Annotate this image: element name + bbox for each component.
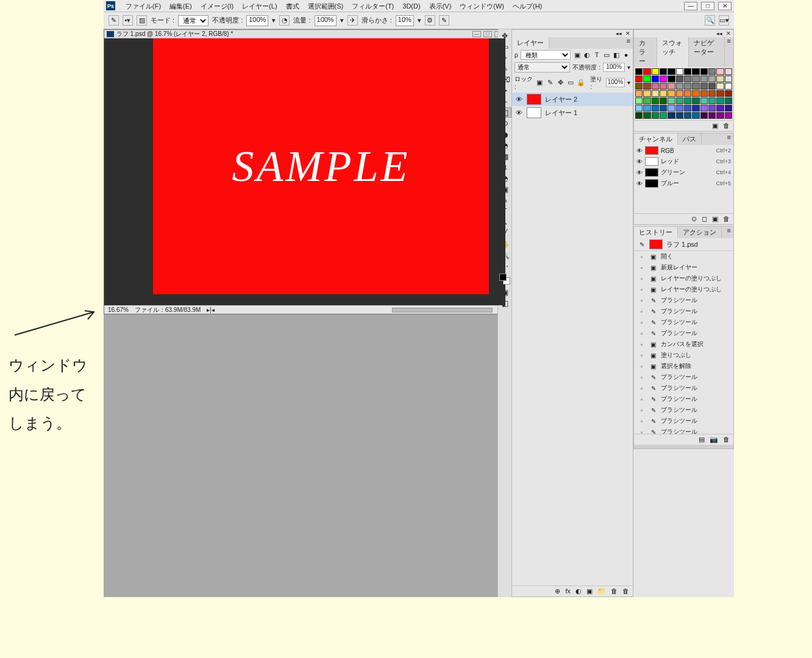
airbrush-icon[interactable]: ✈ <box>347 15 358 26</box>
channel-row[interactable]: 👁RGBCtrl+2 <box>634 145 733 156</box>
color-swap[interactable] <box>499 274 510 285</box>
swatch[interactable] <box>716 76 724 82</box>
history-src-icon[interactable]: ▫ <box>638 395 646 403</box>
swatch[interactable] <box>676 68 683 75</box>
channel-foot-button[interactable]: 🗑 <box>723 215 730 223</box>
swatch[interactable] <box>643 83 650 90</box>
menu-item[interactable]: 選択範囲(S) <box>304 0 348 12</box>
lock-icon[interactable]: ▭ <box>566 79 575 87</box>
swatch[interactable] <box>716 90 724 97</box>
swatch[interactable] <box>652 90 659 97</box>
panel-collapse-icon[interactable]: ◂◂ <box>716 30 722 37</box>
menu-item[interactable]: レイヤー(L) <box>238 0 281 12</box>
tab-パス[interactable]: パス <box>678 133 702 145</box>
swatch[interactable] <box>684 105 691 111</box>
history-src-icon[interactable]: ▫ <box>638 264 646 272</box>
tab-ヒストリー[interactable]: ヒストリー <box>634 227 678 238</box>
history-src-icon[interactable]: ▫ <box>638 308 646 316</box>
minimize-button[interactable]: — <box>684 2 697 10</box>
swatch[interactable] <box>725 90 732 97</box>
pressure-size-icon[interactable]: ✎ <box>439 15 449 26</box>
history-row[interactable]: ▫▣選択を解除 <box>634 361 733 372</box>
panel-close-icon[interactable]: ✕ <box>726 30 731 37</box>
history-row[interactable]: ▫✎ブラシツール <box>634 295 733 306</box>
swatch[interactable] <box>676 90 683 97</box>
history-src-icon[interactable]: ▫ <box>638 319 646 327</box>
swatch[interactable] <box>708 90 716 97</box>
filter-icon[interactable]: ● <box>622 51 630 59</box>
history-row[interactable]: ▫✎ブラシツール <box>634 394 733 405</box>
visibility-icon[interactable]: 👁 <box>515 95 523 104</box>
search-icon[interactable]: 🔍 <box>705 15 715 26</box>
swatch[interactable] <box>716 97 724 104</box>
swatch[interactable] <box>725 97 732 104</box>
swatch[interactable] <box>716 68 724 75</box>
swatch[interactable] <box>660 112 667 119</box>
lock-icon[interactable]: 🔒 <box>577 79 585 87</box>
menu-item[interactable]: ウィンドウ(W) <box>455 0 508 12</box>
history-row[interactable]: ▫✎ブラシツール <box>634 306 733 317</box>
swatch[interactable] <box>635 68 643 75</box>
swatch[interactable] <box>684 76 691 82</box>
history-row[interactable]: ▫✎ブラシツール <box>634 328 733 339</box>
tab-アクション[interactable]: アクション <box>678 227 722 238</box>
swatch[interactable] <box>676 76 683 82</box>
swatch[interactable] <box>700 76 708 82</box>
menu-item[interactable]: 表示(V) <box>425 0 456 12</box>
swatch[interactable] <box>684 97 691 104</box>
swatch[interactable] <box>700 68 708 75</box>
layer-row[interactable]: 👁レイヤー 2 <box>512 93 633 106</box>
history-row[interactable]: ▫▣レイヤーの塗りつぶし <box>634 284 733 295</box>
panel-menu-icon[interactable]: ≡ <box>725 227 733 238</box>
history-src-icon[interactable]: ▫ <box>638 286 646 294</box>
panel-menu-icon[interactable]: ≡ <box>725 37 733 67</box>
channel-foot-button[interactable]: ▣ <box>712 215 718 223</box>
visibility-icon[interactable]: 👁 <box>515 108 523 117</box>
swatch[interactable] <box>668 112 675 119</box>
swatch[interactable] <box>668 90 675 97</box>
canvas-area[interactable]: SAMPLE <box>104 38 505 305</box>
history-src-icon[interactable]: ▫ <box>638 341 646 348</box>
swatch[interactable] <box>725 105 732 111</box>
layer-foot-button[interactable]: 🗑 <box>622 587 629 595</box>
menu-item[interactable]: フィルター(T) <box>347 0 398 12</box>
swatch[interactable] <box>684 83 691 90</box>
doc-min-button[interactable]: — <box>472 31 481 37</box>
swatch[interactable] <box>643 76 650 82</box>
panel-menu-icon[interactable]: ≡ <box>624 37 633 49</box>
menu-item[interactable]: イメージ(I) <box>196 0 238 12</box>
swatch[interactable] <box>725 83 732 90</box>
swatch[interactable] <box>652 97 659 104</box>
panel-close-icon[interactable]: ✕ <box>625 30 630 37</box>
history-src-icon[interactable]: ▫ <box>638 417 646 425</box>
history-row[interactable]: ▫▣塗りつぶし <box>634 350 733 361</box>
history-row[interactable]: ▫▣新規レイヤー <box>634 262 733 273</box>
maximize-button[interactable]: □ <box>701 2 714 10</box>
menu-item[interactable]: ヘルプ(H) <box>508 0 546 12</box>
channel-foot-button[interactable]: ◻ <box>702 215 707 223</box>
history-row[interactable]: ▫✎ブラシツール <box>634 416 733 426</box>
swatch[interactable] <box>725 112 732 119</box>
history-row[interactable]: ▫▣開く <box>634 251 733 262</box>
layer-fill[interactable]: 100% <box>606 78 625 87</box>
panel-collapse-icon[interactable]: ◂◂ <box>616 30 622 37</box>
swatch[interactable] <box>700 112 708 119</box>
history-row[interactable]: ▫▣レイヤーの塗りつぶし <box>634 273 733 284</box>
swatch[interactable] <box>708 76 716 82</box>
zoom-value[interactable]: 16.67% <box>108 306 129 313</box>
swatch[interactable] <box>635 105 643 111</box>
workspace-icon[interactable]: ▭▾ <box>719 15 729 26</box>
channel-row[interactable]: 👁ブルーCtrl+5 <box>634 178 733 189</box>
swatch[interactable] <box>635 76 643 82</box>
swatch-foot-button[interactable]: ▣ <box>712 122 718 130</box>
layer-filter-select[interactable]: 種類 <box>521 50 571 60</box>
tab-カラー[interactable]: カラー <box>634 37 657 67</box>
visibility-icon[interactable]: 👁 <box>636 169 643 176</box>
swatch[interactable] <box>635 112 643 119</box>
history-src-icon[interactable]: ▫ <box>638 297 646 305</box>
swatch[interactable] <box>660 83 667 90</box>
tab-チャンネル[interactable]: チャンネル <box>634 133 678 145</box>
swatch[interactable] <box>668 97 675 104</box>
swatch[interactable] <box>676 105 683 111</box>
swatch[interactable] <box>635 83 643 90</box>
